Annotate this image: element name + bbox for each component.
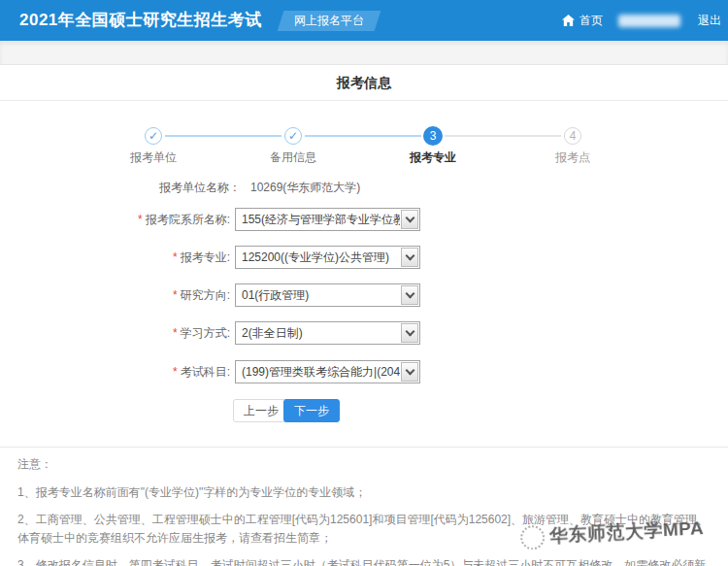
application-page: 2021年全国硕士研究生招生考试 网上报名平台 首页 退出 报考信息 ✓ 报考单… [0, 0, 728, 566]
page-title-bar: 报考信息 [0, 65, 728, 101]
step-1-label: 报考单位 [110, 150, 197, 166]
home-icon [562, 15, 575, 26]
note-item-1: 1、报考专业名称前面有"(专业学位)"字样的为专业学位的专业领域； [17, 483, 712, 502]
required-asterisk: * [138, 213, 143, 226]
header-nav: 首页 退出 [562, 0, 721, 41]
step-4-label: 报考点 [529, 150, 616, 166]
step-3-label: 报考专业 [389, 150, 477, 166]
platform-badge-label: 网上报名平台 [294, 11, 364, 31]
research-direction-label: *研究方向: [0, 283, 230, 307]
unit-name-label: 报考单位名称： [0, 180, 241, 196]
step-connector-2-3 [305, 135, 421, 137]
app-header: 2021年全国硕士研究生招生考试 网上报名平台 首页 退出 [0, 0, 728, 41]
exam-subjects-label: *考试科目: [0, 360, 230, 383]
required-asterisk: * [173, 288, 178, 302]
app-title: 2021年全国硕士研究生招生考试 [19, 0, 262, 41]
prev-step-button[interactable]: 上一步 [233, 399, 289, 422]
next-step-button[interactable]: 下一步 [283, 399, 340, 422]
notes-section: 注意： 1、报考专业名称前面有"(专业学位)"字样的为专业学位的专业领域； 2、… [17, 456, 712, 566]
note-item-3: 3、修改报名信息时，第四考试科目，考试时间超过三小时（考试科目代码第一位为5）与… [17, 556, 712, 566]
study-mode-select[interactable]: 2(非全日制) [235, 321, 420, 345]
chevron-down-icon [401, 248, 418, 267]
note-item-2: 2、工商管理、公共管理、工程管理硕士中的工程管理[代码为125601]和项目管理… [17, 511, 712, 548]
check-icon: ✓ [149, 129, 158, 143]
required-asterisk: * [173, 326, 178, 340]
notes-heading: 注意： [17, 456, 712, 473]
exam-subjects-select[interactable]: (199)管理类联考综合能力|(204)英语二|(-)无 [235, 360, 420, 383]
department-select[interactable]: 155(经济与管理学部专业学位教育中心) [235, 208, 420, 231]
research-direction-select-value: 01(行政管理) [242, 284, 400, 306]
step-connector-1-2 [165, 135, 281, 137]
step-3-circle: 3 [423, 126, 443, 146]
chevron-down-icon [401, 362, 418, 382]
username-redacted [618, 15, 680, 27]
subheader-strip [0, 41, 728, 65]
major-select-value: 125200((专业学位)公共管理) [242, 247, 400, 268]
exam-subjects-select-value: (199)管理类联考综合能力|(204)英语二|(-)无 [242, 361, 400, 383]
step-2-circle: ✓ [284, 127, 302, 145]
logout-link[interactable]: 退出 [698, 13, 721, 29]
major-label: *报考专业: [0, 246, 230, 269]
required-asterisk: * [173, 365, 178, 379]
unit-name-value: 10269(华东师范大学) [250, 180, 360, 196]
department-select-value: 155(经济与管理学部专业学位教育中心) [242, 209, 400, 230]
chevron-down-icon [401, 323, 418, 343]
step-4-circle: 4 [564, 127, 581, 145]
department-label: *报考院系所名称: [0, 208, 230, 231]
notes-divider [0, 447, 728, 448]
chevron-down-icon [401, 285, 418, 305]
step-2-label: 备用信息 [249, 150, 337, 166]
chevron-down-icon [401, 210, 418, 229]
required-asterisk: * [173, 250, 178, 264]
step-1-circle: ✓ [145, 127, 162, 145]
step-connector-3-4 [445, 135, 561, 137]
home-link-label: 首页 [579, 13, 603, 29]
platform-badge: 网上报名平台 [278, 11, 381, 31]
page-title: 报考信息 [337, 75, 391, 90]
research-direction-select[interactable]: 01(行政管理) [235, 283, 420, 307]
study-mode-label: *学习方式: [0, 321, 230, 345]
home-link[interactable]: 首页 [562, 13, 603, 29]
check-icon: ✓ [288, 129, 298, 143]
major-select[interactable]: 125200((专业学位)公共管理) [235, 246, 420, 269]
study-mode-select-value: 2(非全日制) [242, 322, 400, 344]
